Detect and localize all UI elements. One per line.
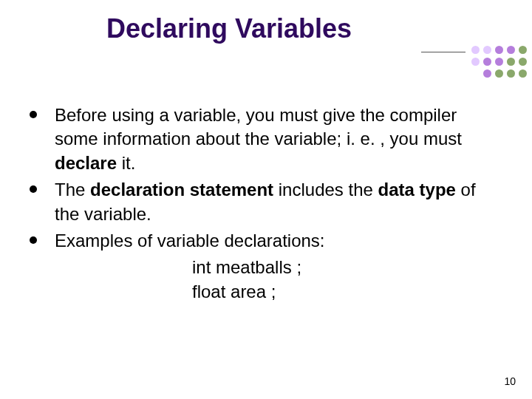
bullet-text: Examples of variable declarations: (55, 229, 502, 253)
bullet-icon (30, 111, 37, 118)
text-bold: data type (378, 180, 456, 200)
page-number: 10 (504, 375, 516, 387)
dot-icon (495, 58, 503, 66)
dot-icon (507, 69, 515, 78)
text-fragment: includes the (273, 180, 378, 200)
dot-icon (483, 58, 491, 66)
slide-title: Declaring Variables (0, 13, 458, 44)
dot-icon (519, 69, 527, 78)
dot-icon (507, 58, 515, 66)
dot-icon (495, 46, 503, 54)
bullet-item: Before using a variable, you must give t… (30, 103, 502, 175)
bullet-item: Examples of variable declarations: (30, 229, 502, 253)
text-fragment: Examples of variable declarations: (55, 231, 325, 250)
title-underline (421, 52, 466, 52)
text-fragment: Before using a variable, you must give t… (55, 105, 462, 149)
dot-icon (519, 58, 527, 66)
dot-icon (471, 46, 480, 54)
bullet-text: Before using a variable, you must give t… (55, 103, 502, 175)
bullet-icon (30, 236, 37, 244)
dot-icon (519, 46, 527, 54)
text-fragment: The (55, 180, 90, 200)
bullet-icon (30, 185, 37, 193)
dot-icon (495, 69, 503, 78)
bullet-text: The declaration statement includes the d… (55, 178, 502, 226)
code-block: int meatballs ; float area ; (192, 256, 502, 304)
code-line: int meatballs ; (192, 256, 502, 279)
dot-icon (483, 46, 491, 54)
code-line: float area ; (192, 280, 502, 304)
text-bold: declare (55, 153, 117, 173)
text-bold: declaration statement (90, 180, 273, 200)
dot-icon (471, 58, 480, 66)
bullet-item: The declaration statement includes the d… (30, 178, 502, 226)
text-fragment: it. (117, 153, 135, 173)
dot-icon (483, 69, 491, 78)
dot-icon (507, 46, 515, 54)
content-area: Before using a variable, you must give t… (30, 103, 502, 304)
